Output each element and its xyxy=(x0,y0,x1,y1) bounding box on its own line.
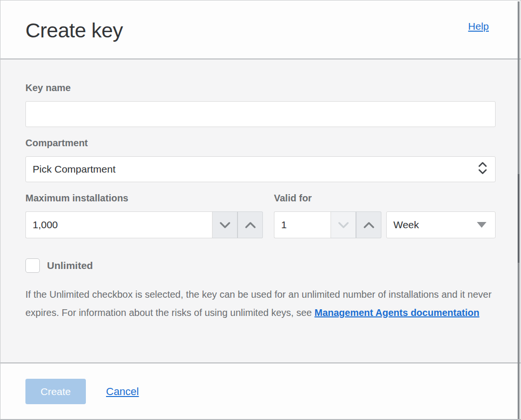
valid-for-unit-select[interactable]: Week xyxy=(386,211,496,238)
compartment-select[interactable]: Pick Compartment xyxy=(25,156,496,182)
max-installations-label: Maximum installations xyxy=(25,193,263,204)
key-name-input[interactable] xyxy=(25,101,496,127)
select-updown-icon xyxy=(478,162,487,177)
valid-for-unit-value: Week xyxy=(393,219,419,231)
unlimited-checkbox[interactable] xyxy=(25,258,40,273)
create-key-dialog: Create key Help Key name Compartment Pic… xyxy=(0,0,521,420)
valid-for-stepper xyxy=(274,211,381,238)
valid-for-label: Valid for xyxy=(274,193,496,204)
dialog-footer: Create Cancel xyxy=(0,362,521,420)
chevron-up-icon xyxy=(363,221,375,229)
dialog-body: Key name Compartment Pick Compartment Ma… xyxy=(0,59,521,362)
management-agents-doc-link[interactable]: Management Agents documentation xyxy=(315,307,480,318)
unlimited-label: Unlimited xyxy=(47,260,93,271)
help-link[interactable]: Help xyxy=(468,21,489,32)
max-installations-field: Maximum installations xyxy=(25,193,263,238)
valid-for-controls: Week xyxy=(274,211,496,238)
valid-for-input[interactable] xyxy=(274,211,331,238)
dropdown-arrow-icon xyxy=(477,222,486,228)
vertical-scrollbar[interactable] xyxy=(518,1,520,419)
unlimited-row: Unlimited xyxy=(25,258,495,273)
number-fields-row: Maximum installations xyxy=(25,193,495,238)
max-installations-decrement-button[interactable] xyxy=(212,211,237,238)
dialog-header: Create key Help xyxy=(0,0,521,59)
chevron-down-icon xyxy=(219,221,231,229)
create-button[interactable]: Create xyxy=(25,379,86,404)
max-installations-increment-button[interactable] xyxy=(237,211,263,238)
key-name-label: Key name xyxy=(25,82,495,93)
max-installations-input[interactable] xyxy=(25,211,212,238)
valid-for-field: Valid for xyxy=(274,193,496,238)
valid-for-increment-button[interactable] xyxy=(356,211,381,238)
chevron-down-icon xyxy=(337,221,350,229)
valid-for-decrement-button[interactable] xyxy=(331,211,356,238)
compartment-label: Compartment xyxy=(25,138,495,149)
scrollbar-thumb[interactable] xyxy=(518,174,520,263)
compartment-selected-value: Pick Compartment xyxy=(33,163,116,175)
unlimited-description: If the Unlimited checkbox is selected, t… xyxy=(25,285,498,322)
page-title: Create key xyxy=(25,19,123,42)
max-installations-stepper xyxy=(25,211,263,238)
cancel-link[interactable]: Cancel xyxy=(106,385,139,398)
chevron-up-icon xyxy=(244,221,257,229)
